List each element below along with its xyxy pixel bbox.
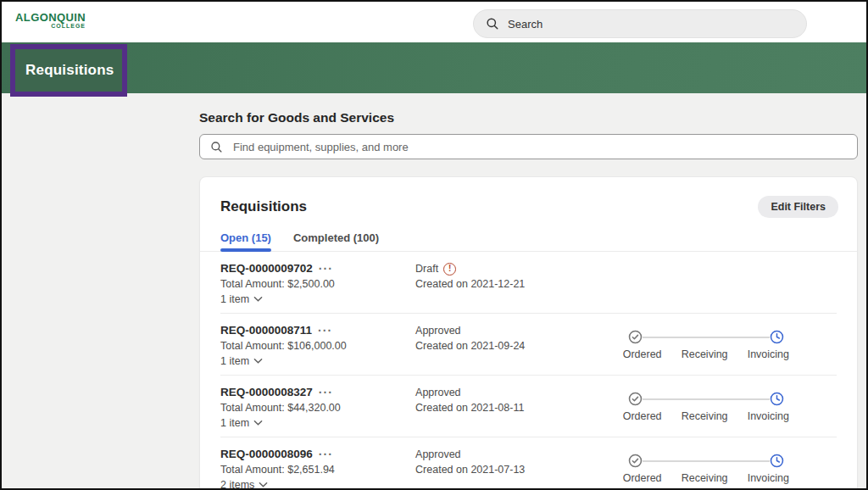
requisition-id-link[interactable]: REQ-0000008711 bbox=[220, 323, 312, 338]
related-actions-icon[interactable]: ··· bbox=[318, 325, 332, 337]
page-banner: Requisitions bbox=[2, 42, 866, 93]
created-date: Created on 2021-12-21 bbox=[415, 276, 623, 292]
requisition-row: REQ-0000008096 ··· Total Amount: $2,651.… bbox=[220, 437, 837, 490]
clock-icon bbox=[770, 392, 784, 406]
items-count: 1 item bbox=[220, 292, 249, 307]
requisition-row: REQ-0000008711 ··· Total Amount: $106,00… bbox=[220, 314, 837, 376]
related-actions-icon[interactable]: ··· bbox=[319, 387, 333, 398]
tab-completed[interactable]: Completed (100) bbox=[293, 231, 379, 251]
items-count: 2 items bbox=[220, 477, 254, 490]
goods-search-field[interactable] bbox=[199, 134, 858, 159]
app-window: ALGONQUIN COLLEGE Search Requisitions Se… bbox=[0, 0, 868, 490]
items-count: 1 item bbox=[220, 354, 249, 369]
tab-open[interactable]: Open (15) bbox=[220, 231, 271, 251]
progress-step-label: Invoicing bbox=[748, 348, 789, 360]
chevron-down-icon bbox=[253, 358, 263, 365]
requisition-status-col: Approved Created on 2021-08-11 bbox=[415, 385, 623, 431]
created-date: Created on 2021-07-13 bbox=[415, 462, 623, 477]
related-actions-icon[interactable]: ··· bbox=[319, 448, 333, 460]
total-amount: Total Amount: $2,500.00 bbox=[220, 276, 415, 292]
search-icon bbox=[486, 17, 499, 31]
clock-icon bbox=[770, 330, 784, 344]
requisition-status-col: Draft ! Created on 2021-12-21 bbox=[415, 261, 623, 307]
items-toggle[interactable]: 1 item bbox=[220, 292, 415, 307]
card-title: Requisitions bbox=[220, 198, 307, 215]
items-toggle[interactable]: 2 items bbox=[220, 477, 415, 490]
content-column: Search for Goods and Services Requisitio… bbox=[199, 93, 858, 490]
edit-filters-button[interactable]: Edit Filters bbox=[758, 196, 838, 218]
annotation-highlight-box: Requisitions bbox=[10, 44, 127, 97]
chevron-down-icon bbox=[259, 482, 268, 488]
progress-step-label: Ordered bbox=[623, 472, 662, 484]
requisition-main-col: REQ-0000009702 ··· Total Amount: $2,500.… bbox=[220, 261, 415, 307]
requisition-id-link[interactable]: REQ-0000008096 bbox=[220, 447, 313, 462]
clock-icon bbox=[770, 454, 784, 468]
progress-line bbox=[643, 398, 770, 400]
progress-step-label: Receiving bbox=[682, 472, 728, 484]
page-title: Requisitions bbox=[25, 62, 114, 79]
alert-icon: ! bbox=[443, 263, 456, 276]
requisition-status-col: Approved Created on 2021-07-13 bbox=[415, 447, 623, 490]
progress-step-label: Ordered bbox=[623, 410, 662, 422]
progress-step-label: Ordered bbox=[623, 348, 662, 360]
requisition-main-col: REQ-0000008327 ··· Total Amount: $44,320… bbox=[220, 385, 415, 431]
progress-tracker-empty bbox=[623, 261, 789, 307]
search-icon bbox=[210, 141, 223, 153]
requisition-main-col: REQ-0000008711 ··· Total Amount: $106,00… bbox=[220, 323, 415, 369]
global-search-bar[interactable]: Search bbox=[473, 9, 807, 38]
total-amount: Total Amount: $106,000.00 bbox=[220, 338, 415, 354]
total-amount: Total Amount: $44,320.00 bbox=[220, 400, 415, 415]
progress-tracker: Ordered Receiving Invoicing bbox=[623, 447, 789, 490]
related-actions-icon[interactable]: ··· bbox=[319, 263, 333, 275]
progress-tracker: Ordered Receiving Invoicing bbox=[623, 385, 789, 431]
items-toggle[interactable]: 1 item bbox=[220, 415, 415, 431]
card-header: Requisitions Edit Filters bbox=[200, 196, 857, 218]
total-amount: Total Amount: $2,651.94 bbox=[220, 462, 415, 477]
requisition-status-col: Approved Created on 2021-09-24 bbox=[415, 323, 623, 369]
goods-search-input[interactable] bbox=[233, 141, 847, 153]
logo-line2: COLLEGE bbox=[15, 23, 86, 30]
requisition-id-link[interactable]: REQ-0000009702 bbox=[220, 261, 313, 276]
algonquin-college-logo: ALGONQUIN COLLEGE bbox=[15, 12, 86, 30]
chevron-down-icon bbox=[253, 420, 263, 426]
status-text: Draft bbox=[415, 261, 438, 276]
progress-tracker: Ordered Receiving Invoicing bbox=[623, 323, 789, 369]
items-count: 1 item bbox=[220, 415, 249, 431]
check-circle-icon bbox=[628, 392, 643, 406]
requisitions-card: Requisitions Edit Filters Open (15) Comp… bbox=[199, 176, 858, 490]
items-toggle[interactable]: 1 item bbox=[220, 354, 415, 369]
progress-line bbox=[643, 460, 770, 462]
created-date: Created on 2021-08-11 bbox=[415, 400, 623, 415]
requisition-id-link[interactable]: REQ-0000008327 bbox=[220, 385, 313, 400]
goods-search-heading: Search for Goods and Services bbox=[199, 110, 858, 125]
progress-line bbox=[643, 337, 770, 338]
progress-step-label: Invoicing bbox=[748, 472, 789, 484]
status-text: Approved bbox=[415, 447, 461, 462]
status-text: Approved bbox=[415, 385, 461, 400]
check-circle-icon bbox=[628, 454, 643, 468]
progress-step-label: Invoicing bbox=[748, 410, 789, 422]
requisition-row: REQ-0000008327 ··· Total Amount: $44,320… bbox=[220, 376, 837, 437]
top-bar: ALGONQUIN COLLEGE Search bbox=[2, 2, 866, 42]
requisition-main-col: REQ-0000008096 ··· Total Amount: $2,651.… bbox=[220, 447, 415, 490]
chevron-down-icon bbox=[253, 296, 263, 303]
created-date: Created on 2021-09-24 bbox=[415, 338, 623, 354]
progress-step-label: Receiving bbox=[682, 348, 728, 360]
check-circle-icon bbox=[628, 330, 643, 344]
requisition-row: REQ-0000009702 ··· Total Amount: $2,500.… bbox=[220, 252, 837, 314]
page-body: Search for Goods and Services Requisitio… bbox=[2, 93, 866, 488]
logo-line1: ALGONQUIN bbox=[15, 12, 86, 23]
tab-bar: Open (15) Completed (100) bbox=[200, 231, 857, 252]
global-search-placeholder: Search bbox=[508, 18, 542, 31]
progress-step-label: Receiving bbox=[682, 410, 728, 422]
status-text: Approved bbox=[415, 323, 461, 338]
